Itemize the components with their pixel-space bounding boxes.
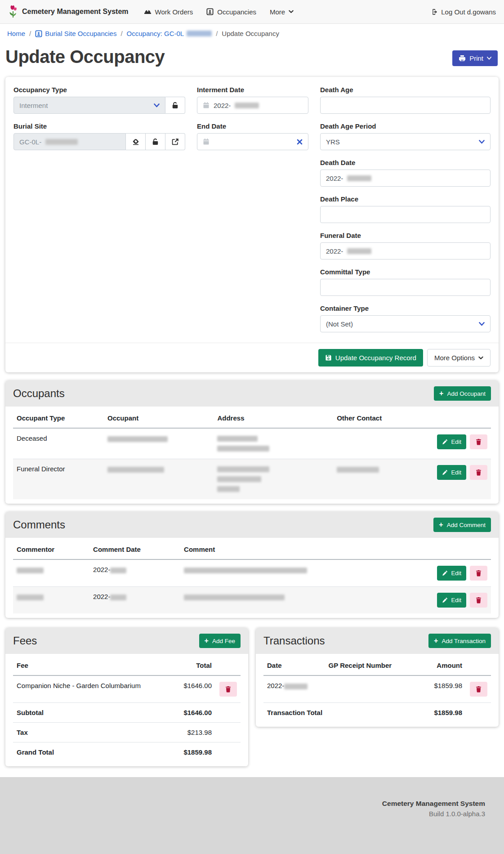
burial-site-clear-button[interactable] [126,133,146,150]
comment-row: 2022- Edit [13,587,491,614]
fees-title: Fees [13,635,37,647]
redacted-text [217,476,261,482]
occupancy-badge-icon [206,8,214,15]
death-age-period-select[interactable]: YRS [320,133,491,150]
fees-header-fee: Fee [13,656,161,675]
delete-button[interactable] [219,682,237,697]
fee-total-value: $213.98 [161,723,215,742]
occupancy-type-unlock-button[interactable] [165,97,185,114]
death-date-input[interactable]: 2022- [320,170,491,187]
edit-button[interactable]: Edit [437,434,466,449]
occupant-type-cell: Funeral Director [13,459,104,500]
delete-button[interactable] [470,566,487,581]
container-type-field: Container Type (Not Set) [320,304,491,332]
occupant-row: Funeral Director Edit [13,459,491,500]
plus-icon: + [434,637,438,644]
redacted-text [187,31,212,36]
logout-link[interactable]: Log Out d.gowans [430,8,496,16]
fee-total-value: $1646.00 [161,703,215,723]
add-comment-button[interactable]: + Add Comment [433,518,491,532]
burial-site-open-link-button[interactable] [165,133,185,150]
delete-button[interactable] [470,682,487,697]
nav-occupancies[interactable]: Occupancies [206,8,256,16]
fee-total-value: $1859.98 [161,742,215,762]
breadcrumb-home[interactable]: Home [7,30,25,37]
nav-work-orders[interactable]: Work Orders [144,8,193,16]
pencil-icon [442,469,448,475]
death-date-field: Death Date 2022- [320,159,491,187]
committal-type-input[interactable] [320,279,491,296]
transactions-section: Transactions + Add Transaction Date GP R… [256,628,499,727]
trash-icon [476,469,482,476]
redacted-text [107,436,168,442]
death-age-label: Death Age [320,86,491,94]
funeral-date-input[interactable]: 2022- [320,242,491,259]
more-options-label: More Options [434,354,475,362]
occupants-header-occupant: Occupant [104,408,214,428]
occupancy-type-value: Interment [19,102,48,109]
interment-date-input[interactable]: 2022- [197,97,308,114]
breadcrumb-separator: / [29,30,31,37]
fee-total-cell: $1646.00 [161,675,215,703]
redacted-text [45,139,78,145]
add-occupant-button[interactable]: + Add Occupant [434,386,491,401]
breadcrumb-burial-site-occupancies[interactable]: Burial Site Occupancies [35,30,116,37]
fee-row: Companion Niche - Garden Columbarium $16… [13,675,241,703]
occupancy-type-field: Occupancy Type Interment [13,86,185,114]
caret-down-icon [487,57,491,60]
burial-site-input[interactable]: GC-0L- [13,133,126,150]
redacted-text [284,684,308,689]
plus-icon: + [205,637,209,644]
transactions-header-receipt: GP Receipt Number [325,656,416,675]
redacted-text [347,175,371,181]
burial-site-label: Burial Site [13,122,185,130]
fees-table: Fee Total Companion Niche - Garden Colum… [13,656,241,762]
occupancy-badge-icon [35,30,42,37]
end-date-input[interactable] [197,133,308,150]
occupancy-type-select[interactable]: Interment [13,97,165,114]
redacted-text [217,486,240,492]
breadcrumb-occupancy[interactable]: Occupancy: GC-0L [127,30,212,37]
death-place-field: Death Place [320,195,491,223]
death-age-field: Death Age [320,86,491,114]
death-place-input[interactable] [320,206,491,223]
add-fee-button[interactable]: + Add Fee [199,634,241,648]
nav-more[interactable]: More [270,8,294,16]
more-options-button[interactable]: More Options [427,349,491,367]
brand-link[interactable]: Cemetery Management System [8,5,129,18]
chevron-down-icon [289,10,294,13]
fee-total-row: Grand Total $1859.98 [13,742,241,762]
print-button[interactable]: Print [452,50,498,66]
occupants-table: Occupant Type Occupant Address Other Con… [13,408,491,499]
breadcrumb-separator: / [120,30,122,37]
container-type-select[interactable]: (Not Set) [320,315,491,332]
footer-app-name: Cemetery Management System [19,800,485,808]
comments-header-comment: Comment [180,540,419,559]
redacted-text [217,466,269,472]
fee-total-row: Subtotal $1646.00 [13,703,241,723]
transaction-amount-cell: $1859.98 [416,675,466,703]
occupant-contact-cell [333,459,419,500]
update-occupancy-record-label: Update Occupancy Record [335,354,416,362]
edit-button[interactable]: Edit [437,566,466,581]
add-transaction-button[interactable]: + Add Transaction [428,634,491,648]
redacted-text [110,568,126,573]
nav-more-label: More [270,8,285,16]
edit-button[interactable]: Edit [437,593,466,608]
update-occupancy-record-button[interactable]: Update Occupancy Record [318,349,423,367]
burial-site-unlock-button[interactable] [146,133,165,150]
pencil-icon [442,570,448,576]
delete-button[interactable] [470,593,487,608]
edit-button[interactable]: Edit [437,465,466,480]
redacted-text [17,568,44,573]
delete-button[interactable] [470,465,487,480]
trash-icon [476,570,482,577]
comments-table: Commentor Comment Date Comment 2022- Edi… [13,540,491,613]
death-age-input[interactable] [320,97,491,114]
chevron-down-icon [479,322,485,326]
occupant-name-cell [104,428,214,459]
comment-date-cell: 2022- [89,559,180,587]
delete-button[interactable] [470,434,487,449]
save-icon [325,354,332,361]
clear-x-icon[interactable] [297,139,303,145]
